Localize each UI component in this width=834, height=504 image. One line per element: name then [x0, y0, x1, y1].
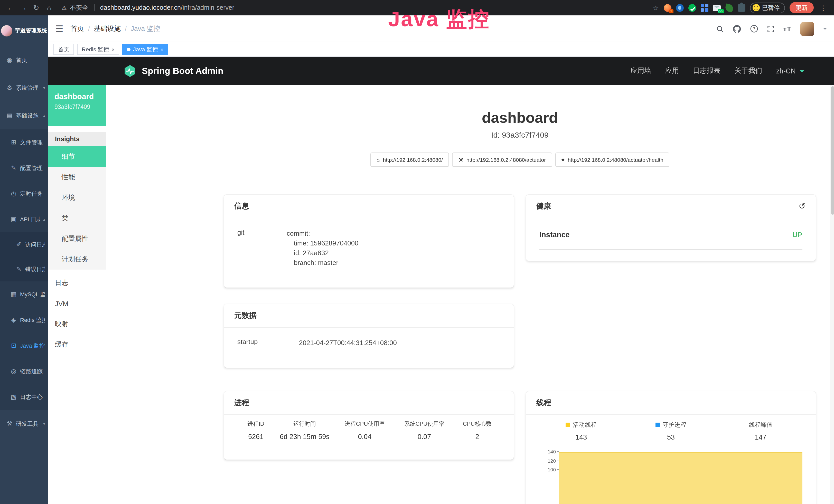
sidebar-item-label: API 日志 [20, 215, 40, 223]
close-icon[interactable]: × [160, 46, 163, 52]
sba-item-details[interactable]: 细节 [48, 146, 106, 167]
sba-nav-journal[interactable]: 日志报表 [693, 66, 721, 75]
actuator-url-button[interactable]: ⚒ http://192.168.0.2:48080/actuator [452, 153, 552, 167]
avatar-caret-icon[interactable] [823, 28, 827, 32]
security-label[interactable]: 不安全 [70, 3, 88, 12]
user-avatar[interactable] [800, 22, 814, 36]
app-main: ☰ 首页 / 基础设施 / Java 监控 ? [48, 16, 834, 504]
actuator-url: http://192.168.0.2:48080/actuator [466, 157, 546, 163]
sidebar-item-label: 链路追踪 [20, 367, 45, 375]
gear-icon: ⚙ [6, 84, 13, 91]
sba-brand[interactable]: Spring Boot Admin [123, 64, 223, 77]
sba-item-caches[interactable]: 缓存 [48, 334, 106, 355]
close-icon[interactable]: × [111, 46, 114, 52]
sidebar-item-access-logs[interactable]: ✐ 访问日志 [0, 232, 48, 257]
search-icon[interactable] [716, 25, 724, 32]
fullscreen-icon[interactable] [767, 25, 774, 32]
github-icon[interactable] [732, 24, 741, 33]
y-tick: 100 [536, 467, 559, 476]
instance-header[interactable]: dashboard 93a3fc7f7409 [48, 85, 106, 126]
sba-nav-applications[interactable]: 应用 [665, 66, 679, 75]
service-url-button[interactable]: ⌂ http://192.168.0.2:48080/ [370, 153, 449, 167]
legend-label: 线程峰值 [749, 421, 772, 429]
url-text[interactable]: dashboard.yudao.iocoder.cn/infra/admin-s… [100, 4, 235, 11]
app-logo[interactable]: 芋道管理系统 [0, 16, 48, 46]
browser-home-icon[interactable]: ⌂ [43, 4, 56, 12]
sidebar-item-config-management[interactable]: ✎ 配置管理 [0, 155, 48, 181]
sba-item-loggers[interactable]: 日志 [48, 273, 106, 293]
process-header-cpu: 进程CPU使用率 [335, 420, 395, 428]
breadcrumb-home[interactable]: 首页 [71, 24, 84, 33]
sidebar-item-redis-monitor[interactable]: ◈ Redis 监控 [0, 307, 48, 333]
url-path: /infra/admin-server [181, 4, 234, 11]
sidebar-item-log-center[interactable]: ▧ 日志中心 [0, 384, 48, 410]
sidebar-item-label: 研发工具 [16, 420, 40, 428]
sba-item-beans[interactable]: 类 [48, 208, 106, 229]
browser-menu-icon[interactable]: ⋮ [818, 4, 828, 12]
process-value-syscpu: 0.07 [395, 433, 454, 441]
extensions-puzzle-icon[interactable] [738, 4, 745, 12]
extension-icon-mail[interactable]: on [713, 5, 721, 11]
insights-section-label: Insights [48, 132, 106, 146]
sidebar-item-label: 错误日志 [25, 265, 45, 273]
sba-sidebar: dashboard 93a3fc7f7409 Insights 细节 性能 环境… [48, 85, 106, 504]
sidebar-item-java-monitor[interactable]: ⊡ Java 监控 [0, 333, 48, 359]
tab-home[interactable]: 首页 [53, 44, 74, 55]
sidebar-item-mysql-monitor[interactable]: ▦ MySQL 监控 [0, 281, 48, 307]
address-bar[interactable]: ⚠ 不安全 dashboard.yudao.iocoder.cn/infra/a… [56, 3, 653, 12]
chart-plot-area [559, 449, 803, 504]
extension-icon-orange[interactable]: 1 [663, 4, 671, 12]
sba-item-jvm[interactable]: JVM [48, 293, 106, 314]
screen: ← → ↻ ⌂ ⚠ 不安全 dashboard.yudao.iocoder.cn… [0, 0, 834, 504]
sidebar-item-system-management[interactable]: ⚙ 系统管理 ▾ [0, 74, 48, 102]
sba-item-scheduled-tasks[interactable]: 计划任务 [48, 249, 106, 270]
chrome-update-button[interactable]: 更新 [790, 2, 814, 13]
extension-icon-green[interactable] [688, 4, 696, 12]
browser-actions: ☆ 1 on 已暂停 更新 ⋮ [653, 2, 830, 13]
security-warning-icon[interactable]: ⚠ [62, 4, 67, 11]
tab-java-monitor[interactable]: Java 监控× [122, 44, 168, 55]
breadcrumb: 首页 / 基础设施 / Java 监控 [71, 24, 160, 33]
scrollbar-thumb[interactable] [831, 86, 834, 215]
sidebar-item-tracing[interactable]: ◎ 链路追踪 [0, 359, 48, 384]
tab-redis-monitor[interactable]: Redis 监控× [77, 44, 119, 55]
sba-item-metrics[interactable]: 性能 [48, 167, 106, 187]
health-row-instance[interactable]: Instance UP [540, 220, 803, 250]
scrollbar-track[interactable] [830, 85, 834, 504]
sba-nav-about[interactable]: 关于我们 [734, 66, 762, 75]
sba-language-select[interactable]: zh-CN [776, 67, 805, 75]
sidebar-item-scheduled-jobs[interactable]: ◷ 定时任务 [0, 181, 48, 206]
sidebar-item-api-logs[interactable]: ▣ API 日志 ▴ [0, 206, 48, 232]
sidebar-item-infrastructure[interactable]: ▤ 基础设施 ▴ [0, 102, 48, 130]
hamburger-icon[interactable]: ☰ [56, 23, 63, 34]
page-title: dashboard [224, 109, 816, 126]
sidebar-item-home[interactable]: ◉ 首页 [0, 46, 48, 74]
instance-id-line: Id: 93a3fc7f7409 [224, 131, 816, 139]
metadata-card: 元数据 startup 2021-04-27T00:44:31.254+08:0… [224, 304, 514, 368]
error-log-icon: ✎ [16, 266, 22, 273]
health-url-button[interactable]: ♥ http://192.168.0.2:48080/actuator/heal… [555, 153, 670, 167]
info-value: commit: time: 1596289704000 id: 27aa832 … [287, 229, 500, 268]
help-icon[interactable]: ? [750, 25, 758, 33]
extension-icon-grid[interactable] [700, 4, 708, 12]
back-icon[interactable]: ← [4, 4, 17, 12]
history-icon[interactable]: ↺ [798, 201, 806, 211]
sidebar-item-error-logs[interactable]: ✎ 错误日志 [0, 257, 48, 281]
extension-icon-drop[interactable] [676, 4, 683, 12]
font-size-icon[interactable]: тT [783, 25, 792, 32]
extension-icon-leaf[interactable] [725, 3, 733, 12]
sba-item-config-props[interactable]: 配置属性 [48, 229, 106, 249]
heart-icon: ♥ [561, 157, 565, 163]
bookmark-star-icon[interactable]: ☆ [653, 4, 659, 12]
tools-icon: ⚒ [6, 420, 13, 427]
profile-sync-paused-chip[interactable]: 已暂停 [750, 2, 785, 13]
sba-nav-wallboard[interactable]: 应用墙 [630, 66, 651, 75]
breadcrumb-infrastructure[interactable]: 基础设施 [94, 24, 121, 33]
sba-item-mappings[interactable]: 映射 [48, 314, 106, 334]
sidebar-item-file-management[interactable]: ⊞ 文件管理 [0, 130, 48, 155]
sba-item-environment[interactable]: 环境 [48, 187, 106, 208]
reload-icon[interactable]: ↻ [30, 4, 43, 12]
forward-icon[interactable]: → [17, 4, 30, 12]
dashboard-icon: ◉ [6, 56, 13, 64]
sidebar-item-dev-tools[interactable]: ⚒ 研发工具 ▾ [0, 410, 48, 437]
